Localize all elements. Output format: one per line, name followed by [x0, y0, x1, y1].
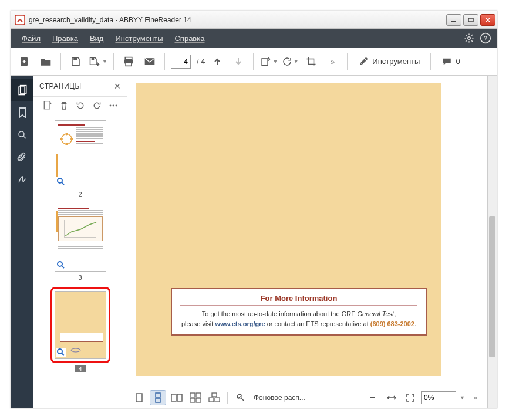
rotate-right-icon[interactable] [92, 100, 102, 111]
info-box: For More Information To get the most up-… [171, 288, 427, 336]
svg-point-23 [65, 133, 68, 135]
svg-point-17 [19, 131, 24, 137]
rail-search[interactable] [11, 124, 33, 146]
menu-file[interactable]: Файл [16, 31, 46, 46]
app-icon [15, 15, 25, 25]
minimize-button[interactable] [446, 14, 461, 26]
svg-rect-40 [196, 393, 201, 397]
next-page-button[interactable] [230, 53, 247, 70]
thumbnail-label: 3 [78, 274, 82, 281]
thumbnail[interactable]: 4 [50, 287, 110, 372]
zoom-out-button[interactable] [365, 390, 381, 405]
two-page-continuous-button[interactable] [187, 390, 204, 405]
pages-panel-header: СТРАНИЦЫ ✕ [33, 76, 127, 97]
comments-button[interactable]: 0 [437, 53, 464, 70]
rotate-page-button[interactable]: ▼ [259, 53, 278, 70]
save-as-button[interactable]: ▼ [88, 53, 107, 70]
pages-panel: СТРАНИЦЫ ✕ [33, 76, 127, 408]
crop-button[interactable] [302, 53, 320, 70]
rail-attachments[interactable] [11, 146, 33, 168]
svg-rect-42 [196, 398, 201, 402]
cover-view-button[interactable] [206, 390, 223, 405]
comments-count: 0 [456, 57, 460, 66]
page-number-input[interactable] [171, 55, 191, 69]
svg-point-24 [70, 138, 72, 140]
document-scroll-area[interactable]: For More Information To get the most up-… [127, 76, 487, 408]
refresh-button[interactable]: ▼ [281, 53, 299, 70]
svg-rect-37 [171, 394, 176, 401]
main-toolbar: ▼ / 4 ▼ ▼ » Инструменты [11, 48, 497, 76]
thumbnail[interactable]: 2 [55, 120, 106, 198]
scrollbar-thumb[interactable] [489, 216, 495, 357]
maximize-button[interactable] [463, 14, 478, 26]
close-button[interactable] [480, 14, 495, 26]
background-recognition-label[interactable]: Фоновое расп... [254, 394, 305, 402]
single-page-view-button[interactable] [131, 390, 147, 405]
email-button[interactable] [141, 53, 159, 70]
save-button[interactable] [67, 53, 85, 70]
svg-rect-2 [468, 18, 473, 22]
rail-bookmarks[interactable] [11, 101, 33, 124]
svg-point-19 [109, 104, 111, 106]
svg-rect-36 [156, 398, 160, 402]
delete-page-icon[interactable] [59, 100, 69, 111]
svg-point-20 [112, 104, 114, 106]
pages-mini-toolbar [33, 97, 127, 114]
rotate-left-icon[interactable] [75, 100, 86, 111]
menu-help[interactable]: Справка [168, 31, 210, 46]
svg-rect-18 [44, 101, 50, 109]
add-page-button[interactable] [16, 53, 33, 70]
svg-rect-39 [190, 393, 195, 397]
svg-point-25 [65, 143, 68, 145]
more-icon[interactable] [108, 100, 119, 111]
add-page-icon[interactable] [42, 100, 53, 111]
document-view: For More Information To get the most up-… [127, 76, 497, 408]
svg-rect-13 [262, 59, 268, 66]
svg-rect-38 [177, 394, 182, 401]
ocr-badge-icon [56, 348, 66, 357]
print-button[interactable] [120, 53, 137, 70]
background-recognition-icon[interactable] [232, 390, 249, 405]
thumbnail-label: 4 [75, 365, 85, 372]
thumbnails-list[interactable]: 2 3 [33, 114, 127, 408]
vertical-scrollbar[interactable] [487, 76, 497, 408]
left-icon-rail [11, 76, 33, 408]
body-area: СТРАНИЦЫ ✕ [11, 76, 497, 408]
svg-point-31 [71, 348, 80, 352]
zoom-select[interactable] [421, 391, 456, 404]
fullscreen-button[interactable] [402, 390, 419, 405]
page-canvas: For More Information To get the most up-… [136, 83, 441, 376]
page-total-label: / 4 [197, 57, 205, 66]
continuous-view-button[interactable] [150, 390, 166, 405]
titlebar: gre_research_validity_data - ABBYY FineR… [11, 11, 497, 29]
tools-panel-button[interactable]: Инструменты [353, 53, 424, 70]
zoom-dropdown-icon[interactable]: ▼ [460, 395, 465, 401]
more-bottom-button[interactable]: » [467, 390, 484, 405]
svg-point-3 [468, 37, 471, 40]
fit-width-button[interactable] [383, 390, 400, 405]
two-page-view-button[interactable] [168, 390, 185, 405]
window-title: gre_research_validity_data - ABBYY FineR… [29, 16, 446, 24]
menu-tools[interactable]: Инструменты [109, 31, 168, 46]
svg-rect-44 [209, 398, 214, 402]
svg-rect-41 [190, 398, 195, 402]
window-controls [446, 14, 495, 26]
svg-point-26 [60, 138, 62, 140]
svg-rect-35 [156, 393, 160, 397]
prev-page-button[interactable] [208, 53, 226, 70]
settings-icon[interactable] [463, 32, 476, 45]
menu-edit[interactable]: Правка [46, 31, 84, 46]
help-icon[interactable]: ? [479, 32, 492, 45]
menubar: Файл Правка Вид Инструменты Справка ? [11, 29, 497, 48]
thumbnail[interactable]: 3 [55, 204, 106, 281]
rail-pages[interactable] [11, 79, 33, 101]
pages-panel-close-icon[interactable]: ✕ [114, 82, 121, 91]
svg-rect-8 [92, 57, 95, 60]
svg-rect-43 [212, 393, 217, 397]
open-button[interactable] [37, 53, 55, 70]
infobox-title: For More Information [180, 294, 417, 306]
tools-panel-label: Инструменты [372, 57, 420, 66]
more-tools-button[interactable]: » [323, 53, 341, 70]
rail-signatures[interactable] [11, 168, 33, 191]
menu-view[interactable]: Вид [84, 31, 110, 46]
